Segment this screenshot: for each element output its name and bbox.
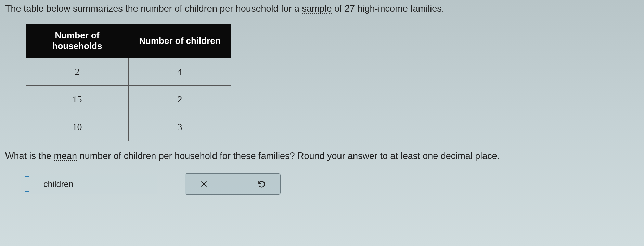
keyword-sample[interactable]: sample [302, 3, 332, 14]
reset-button[interactable] [253, 177, 270, 190]
cell-households: 10 [26, 113, 129, 141]
question-pre: What is the [5, 151, 54, 161]
question-post: number of children per household for the… [77, 151, 500, 161]
intro-text: The table below summarizes the number of… [5, 3, 639, 14]
answer-row: children [21, 173, 639, 195]
text-cursor-icon [26, 177, 28, 191]
question-text: What is the mean number of children per … [5, 151, 639, 161]
undo-icon [257, 180, 266, 188]
table-row: 15 2 [26, 86, 231, 113]
cell-children: 2 [129, 86, 231, 113]
cell-children: 3 [129, 113, 231, 141]
data-table: Number of households Number of children … [26, 24, 231, 141]
cell-households: 2 [26, 58, 129, 86]
cell-households: 15 [26, 86, 129, 113]
intro-post: of 27 high-income families. [332, 3, 445, 14]
cell-children: 4 [129, 58, 231, 86]
keyword-mean[interactable]: mean [54, 151, 77, 161]
answer-box[interactable]: children [21, 174, 157, 194]
answer-input[interactable] [33, 179, 39, 189]
table-row: 10 3 [26, 113, 231, 141]
col-header-households: Number of households [26, 24, 129, 58]
action-button-bar [185, 173, 281, 195]
table-row: 2 4 [26, 58, 231, 86]
clear-button[interactable] [195, 177, 212, 190]
answer-unit: children [43, 179, 74, 189]
table-header-row: Number of households Number of children [26, 24, 231, 58]
intro-pre: The table below summarizes the number of… [5, 3, 302, 14]
col-header-children: Number of children [129, 24, 231, 58]
data-table-wrap: Number of households Number of children … [26, 24, 639, 141]
x-icon [199, 180, 208, 188]
